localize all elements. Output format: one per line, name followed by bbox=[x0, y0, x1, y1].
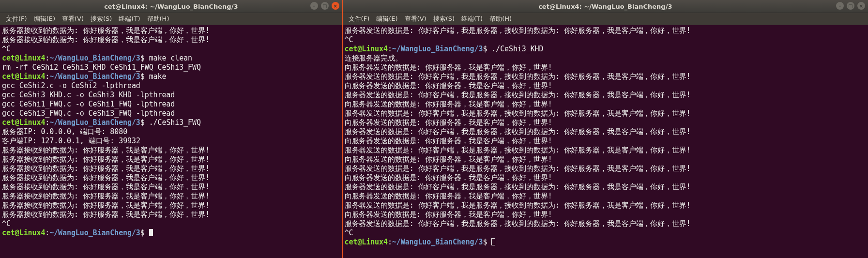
menu-edit[interactable]: 编辑(E) bbox=[31, 14, 58, 24]
output-line: 服务器IP: 0.0.0.0, 端口号: 8080 bbox=[2, 127, 340, 137]
prompt-dollar: $ bbox=[140, 72, 149, 81]
output-line: 服务器发送的数据是: 你好客户端，我是服务器，接收到的数据为: 你好服务器，我是… bbox=[345, 109, 866, 118]
prompt-dollar: $ bbox=[140, 118, 149, 127]
window-controls: – □ × bbox=[310, 2, 339, 10]
prompt-colon: : bbox=[45, 228, 49, 237]
prompt-dollar: $ bbox=[140, 54, 149, 62]
output-line: rm -rf CeShi2 CeShi3_KHD CeShi1_FWQ CeSh… bbox=[2, 63, 340, 72]
output-line: 向服务器发送的数据是: 你好服务器，我是客户端，你好，世界! bbox=[345, 210, 866, 219]
prompt-user: cet@Linux4 bbox=[345, 238, 388, 246]
menu-edit[interactable]: 编辑(E) bbox=[373, 14, 400, 24]
output-line: 服务器接收到的数据为: 你好服务器，我是客户端，你好，世界! bbox=[2, 26, 340, 35]
prompt-line: cet@Linux4:~/WangLuo_BianCheng/3$ ./CeSh… bbox=[2, 118, 340, 127]
cursor bbox=[491, 238, 495, 245]
prompt-line: cet@Linux4:~/WangLuo_BianCheng/3$ ./CeSh… bbox=[345, 45, 866, 54]
prompt-colon: : bbox=[45, 118, 49, 127]
maximize-button[interactable]: □ bbox=[847, 2, 854, 10]
terminal-body-right[interactable]: 服务器发送的数据是: 你好客户端，我是服务器，接收到的数据为: 你好服务器，我是… bbox=[343, 25, 868, 258]
window-title: cet@Linux4: ~/WangLuo_BianCheng/3 bbox=[538, 3, 672, 10]
prompt-user: cet@Linux4 bbox=[2, 72, 45, 81]
output-line: gcc CeShi3_KHD.c -o CeShi3_KHD -lpthread bbox=[2, 91, 340, 100]
prompt-path: ~/WangLuo_BianCheng/3 bbox=[49, 54, 140, 62]
menu-help[interactable]: 帮助(H) bbox=[487, 14, 515, 24]
output-line: gcc CeShi2.c -o CeShi2 -lpthread bbox=[2, 81, 340, 91]
prompt-path: ~/WangLuo_BianCheng/3 bbox=[49, 118, 140, 127]
menu-file[interactable]: 文件(F) bbox=[3, 14, 30, 24]
output-line: ^C bbox=[345, 35, 866, 45]
output-line: ^C bbox=[2, 219, 340, 228]
prompt-colon: : bbox=[388, 238, 392, 246]
window-title: cet@Linux4: ~/WangLuo_BianCheng/3 bbox=[104, 3, 238, 10]
prompt-path: ~/WangLuo_BianCheng/3 bbox=[392, 238, 483, 246]
menu-terminal[interactable]: 终端(T) bbox=[458, 14, 486, 24]
minimize-button[interactable]: – bbox=[310, 2, 318, 10]
output-line: 服务器接收到的数据为: 你好服务器，我是客户端，你好，世界! bbox=[2, 210, 340, 219]
titlebar-right[interactable]: cet@Linux4: ~/WangLuo_BianCheng/3 – □ × bbox=[343, 0, 868, 13]
output-line: 向服务器发送的数据是: 你好服务器，我是客户端，你好，世界! bbox=[345, 118, 866, 127]
output-line: 服务器发送的数据是: 你好客户端，我是服务器，接收到的数据为: 你好服务器，我是… bbox=[345, 91, 866, 100]
close-button[interactable]: × bbox=[332, 2, 339, 10]
menubar-left: 文件(F) 编辑(E) 查看(V) 搜索(S) 终端(T) 帮助(H) bbox=[0, 13, 342, 25]
menu-search[interactable]: 搜索(S) bbox=[88, 14, 115, 24]
menu-view[interactable]: 查看(V) bbox=[59, 14, 87, 24]
output-line: 向服务器发送的数据是: 你好服务器，我是客户端，你好，世界! bbox=[345, 192, 866, 201]
output-line: 向服务器发送的数据是: 你好服务器，我是客户端，你好，世界! bbox=[345, 137, 866, 146]
prompt-user: cet@Linux4 bbox=[2, 54, 45, 62]
prompt-colon: : bbox=[45, 72, 49, 81]
output-line: ^C bbox=[345, 228, 866, 238]
menu-help[interactable]: 帮助(H) bbox=[144, 14, 172, 24]
menu-file[interactable]: 文件(F) bbox=[346, 14, 373, 24]
output-line: gcc CeShi1_FWQ.c -o CeShi1_FWQ -lpthread bbox=[2, 100, 340, 109]
output-line: 客户端IP: 127.0.0.1, 端口号: 39932 bbox=[2, 137, 340, 146]
close-button[interactable]: × bbox=[857, 2, 865, 10]
terminal-body-left[interactable]: 服务器接收到的数据为: 你好服务器，我是客户端，你好，世界!服务器接收到的数据为… bbox=[0, 25, 342, 258]
output-line: 服务器发送的数据是: 你好客户端，我是服务器，接收到的数据为: 你好服务器，我是… bbox=[345, 72, 866, 81]
output-line: 向服务器发送的数据是: 你好服务器，我是客户端，你好，世界! bbox=[345, 63, 866, 72]
maximize-button[interactable]: □ bbox=[321, 2, 329, 10]
output-line: 服务器接收到的数据为: 你好服务器，我是客户端，你好，世界! bbox=[2, 155, 340, 164]
output-line: 向服务器发送的数据是: 你好服务器，我是客户端，你好，世界! bbox=[345, 81, 866, 91]
prompt-user: cet@Linux4 bbox=[345, 45, 388, 53]
command-text: ./CeShi3_FWQ bbox=[149, 118, 201, 127]
output-line: 服务器发送的数据是: 你好客户端，我是服务器，接收到的数据为: 你好服务器，我是… bbox=[345, 146, 866, 155]
output-line: 向服务器发送的数据是: 你好服务器，我是客户端，你好，世界! bbox=[345, 100, 866, 109]
output-line: 连接服务器完成。 bbox=[345, 54, 866, 63]
prompt-path: ~/WangLuo_BianCheng/3 bbox=[392, 45, 483, 53]
prompt-user: cet@Linux4 bbox=[2, 118, 45, 127]
output-line: 服务器发送的数据是: 你好客户端，我是服务器，接收到的数据为: 你好服务器，我是… bbox=[345, 201, 866, 210]
titlebar-left[interactable]: cet@Linux4: ~/WangLuo_BianCheng/3 – □ × bbox=[0, 0, 342, 13]
output-line: 服务器发送的数据是: 你好客户端，我是服务器，接收到的数据为: 你好服务器，我是… bbox=[345, 26, 866, 35]
output-line: 服务器接收到的数据为: 你好服务器，我是客户端，你好，世界! bbox=[2, 201, 340, 210]
minimize-button[interactable]: – bbox=[836, 2, 844, 10]
output-line: 服务器接收到的数据为: 你好服务器，我是客户端，你好，世界! bbox=[2, 35, 340, 45]
output-line: 服务器接收到的数据为: 你好服务器，我是客户端，你好，世界! bbox=[2, 182, 340, 192]
terminal-window-right: cet@Linux4: ~/WangLuo_BianCheng/3 – □ × … bbox=[342, 0, 868, 258]
window-controls: – □ × bbox=[836, 2, 865, 10]
prompt-dollar: $ bbox=[483, 45, 491, 53]
prompt-line: cet@Linux4:~/WangLuo_BianCheng/3$ bbox=[345, 238, 866, 247]
output-line: 服务器发送的数据是: 你好客户端，我是服务器，接收到的数据为: 你好服务器，我是… bbox=[345, 164, 866, 173]
prompt-colon: : bbox=[45, 54, 49, 62]
prompt-dollar: $ bbox=[140, 228, 149, 237]
output-line: gcc CeShi3_FWQ.c -o CeShi3_FWQ -lpthread bbox=[2, 109, 340, 118]
menu-terminal[interactable]: 终端(T) bbox=[116, 14, 143, 24]
prompt-line: cet@Linux4:~/WangLuo_BianCheng/3$ make c… bbox=[2, 54, 340, 63]
output-line: 服务器发送的数据是: 你好客户端，我是服务器，接收到的数据为: 你好服务器，我是… bbox=[345, 182, 866, 192]
cursor bbox=[149, 229, 153, 236]
prompt-colon: : bbox=[388, 45, 392, 53]
menu-search[interactable]: 搜索(S) bbox=[430, 14, 457, 24]
output-line: ^C bbox=[2, 45, 340, 54]
output-line: 服务器接收到的数据为: 你好服务器，我是客户端，你好，世界! bbox=[2, 173, 340, 182]
menu-view[interactable]: 查看(V) bbox=[402, 14, 429, 24]
output-line: 向服务器发送的数据是: 你好服务器，我是客户端，你好，世界! bbox=[345, 173, 866, 182]
output-line: 服务器接收到的数据为: 你好服务器，我是客户端，你好，世界! bbox=[2, 146, 340, 155]
prompt-dollar: $ bbox=[483, 238, 491, 246]
prompt-line: cet@Linux4:~/WangLuo_BianCheng/3$ make bbox=[2, 72, 340, 81]
menubar-right: 文件(F) 编辑(E) 查看(V) 搜索(S) 终端(T) 帮助(H) bbox=[343, 13, 868, 25]
command-text: ./CeShi3_KHD bbox=[491, 45, 543, 53]
output-line: 服务器发送的数据是: 你好客户端，我是服务器，接收到的数据为: 你好服务器，我是… bbox=[345, 219, 866, 228]
command-text: make clean bbox=[149, 54, 192, 62]
prompt-path: ~/WangLuo_BianCheng/3 bbox=[49, 228, 140, 237]
output-line: 向服务器发送的数据是: 你好服务器，我是客户端，你好，世界! bbox=[345, 155, 866, 164]
prompt-path: ~/WangLuo_BianCheng/3 bbox=[49, 72, 140, 81]
